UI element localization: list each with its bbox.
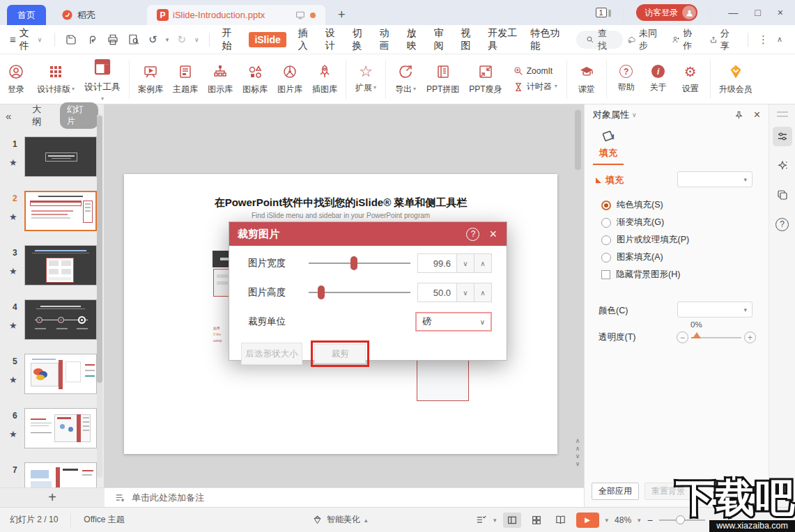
option-pattern-fill[interactable]: 图案填充(A) [601,251,663,263]
ribbon-extensions-button[interactable]: ☆ 扩展▾ [350,65,382,94]
theme-status[interactable]: Office 主题 [84,514,124,526]
search-box[interactable]: 查找 [576,31,623,49]
tab-home[interactable]: 首页 [7,5,46,25]
option-solid-fill[interactable]: 纯色填充(S) [601,199,663,211]
beautify-button[interactable]: 智能美化 ▴ [312,514,368,526]
transparency-increase-button[interactable]: + [744,331,756,343]
notes-bar[interactable]: 单击此处添加备注 [105,487,584,507]
ribbon-export-button[interactable]: 导出▾ [389,63,422,95]
picture-height-slider-handle[interactable] [318,285,325,299]
zoom-level[interactable]: 48% [615,515,631,525]
ribbon-timer-button[interactable]: 计时器 ▾ [513,81,557,93]
minimize-button[interactable]: — [723,7,743,18]
collapse-ribbon-icon[interactable]: ∧ [773,35,787,44]
width-decrease-button[interactable]: ∨ [457,253,474,273]
slide-sorter-view-button[interactable] [527,513,546,528]
tab-slides[interactable]: 幻灯片 [60,102,98,129]
transparency-track[interactable] [691,337,741,338]
slide-thumbnail-4[interactable] [24,299,97,340]
width-increase-button[interactable]: ∧ [474,253,492,273]
rail-grip-icon[interactable] [777,111,788,117]
option-hide-background[interactable]: 隐藏背景图形(H) [601,269,680,281]
rail-duplicate-button[interactable] [773,185,792,205]
rail-properties-button[interactable] [773,127,792,146]
menu-review[interactable]: 审阅 [433,27,449,52]
canvas-scrollbar-thumb[interactable] [575,110,581,170]
ribbon-design-tools-button[interactable]: 设计工具 ▾ [79,56,125,102]
ribbon-zoomit-button[interactable]: ZoomIt [513,65,557,77]
option-gradient-fill[interactable]: 渐变填充(G) [601,217,664,228]
ribbon-design-layout-button[interactable]: 设计排版▾ [32,63,79,95]
slide-thumbnail-3[interactable] [24,245,97,285]
menu-view[interactable]: 视图 [461,27,476,52]
rail-effects-button[interactable] [773,156,792,175]
normal-view-button[interactable] [503,513,521,528]
transparency-decrease-button[interactable]: − [677,331,688,343]
print-icon[interactable] [107,33,119,46]
print-preview-icon[interactable] [128,33,140,46]
fill-color-preview-dropdown[interactable]: ▾ [677,171,752,187]
crop-unit-dropdown[interactable]: 磅 ∨ [415,312,492,331]
collapse-panel-icon[interactable]: « [6,110,11,122]
canvas-scrollbar[interactable] [575,110,581,437]
reading-view-button[interactable] [552,513,570,528]
dialog-help-icon[interactable]: ? [466,228,479,241]
slide-thumbnail-1[interactable] [24,136,97,177]
caret-down-icon[interactable]: ▾ [493,517,497,524]
proof-list-icon[interactable] [475,514,487,526]
ribbon-picture-library-button[interactable]: 图片库 [272,63,307,95]
new-tab-button[interactable]: + [334,5,350,25]
share-button[interactable]: 分享 [705,27,738,52]
picture-width-value[interactable]: 99.6 [417,253,457,273]
ribbon-case-library-button[interactable]: 案例库 [133,63,168,95]
slide-thumbnail-7[interactable] [24,462,97,487]
guest-login-button[interactable]: 访客登录 [636,4,697,21]
export-icon[interactable] [86,33,98,46]
picture-width-slider[interactable] [309,263,410,264]
picture-width-slider-handle[interactable] [350,256,357,270]
add-slide-button[interactable]: + [0,487,105,507]
fill-section-header[interactable]: 填充 [596,174,624,187]
option-picture-fill[interactable]: 图片或纹理填充(P) [601,234,689,246]
sidebar-scrollbar[interactable] [97,114,102,478]
undo-icon[interactable]: ↺ [148,33,157,46]
menu-features[interactable]: 特色功能 [530,27,561,52]
dialog-close-icon[interactable]: × [488,227,498,242]
ribbon-about-button[interactable]: i 关于 [642,65,674,93]
ribbon-classroom-button[interactable]: 课堂 [571,63,603,95]
sidebar-scrollbar-thumb[interactable] [97,116,102,383]
previous-slide-icon[interactable]: ∧ [576,445,580,453]
more-options-icon[interactable]: ⋮ [758,33,769,46]
rail-help-button[interactable]: ? [773,214,792,234]
ribbon-illustration-library-button[interactable]: 插图库 [307,63,342,95]
menu-islide[interactable]: iSlide [249,32,286,47]
next-slide-icon[interactable]: ∨ [576,453,580,460]
slide-thumbnail-2[interactable] [24,191,97,231]
ribbon-settings-button[interactable]: ⚙ 设置 [674,64,707,95]
dialog-header[interactable]: 裁剪图片 ? × [229,222,507,246]
maximize-button[interactable]: □ [750,7,765,18]
menu-design[interactable]: 设计 [325,27,341,52]
close-button[interactable]: × [773,7,788,18]
picture-height-value[interactable]: 50.0 [417,283,457,302]
menu-insert[interactable]: 插入 [298,27,314,52]
close-panel-icon[interactable]: × [754,109,760,121]
sync-status[interactable]: 未同步 [623,27,663,52]
play-slideshow-button[interactable]: ▶ [576,513,599,528]
menu-transition[interactable]: 切换 [353,27,368,52]
slide-thumbnail-6[interactable] [24,408,97,448]
save-icon[interactable] [65,33,77,46]
menu-devtools[interactable]: 开发工具 [488,27,518,52]
height-increase-button[interactable]: ∧ [474,283,492,302]
ribbon-upgrade-button[interactable]: 升级会员 [714,63,757,95]
match-shape-size-button[interactable]: 后选形状大小 [241,343,302,365]
chevron-down-icon[interactable]: ∨ [632,111,637,118]
undo-caret-icon[interactable]: ▾ [166,36,169,43]
fill-tab[interactable]: 填充 [593,128,624,165]
scroll-up-icon[interactable]: ∧ [576,437,580,445]
ribbon-theme-library-button[interactable]: 主题库 [168,63,203,95]
redo-icon[interactable]: ↻ [177,33,186,46]
menu-animation[interactable]: 动画 [380,27,395,52]
slide-thumbnail-5[interactable] [24,354,97,394]
apply-all-button[interactable]: 全部应用 [592,483,639,500]
